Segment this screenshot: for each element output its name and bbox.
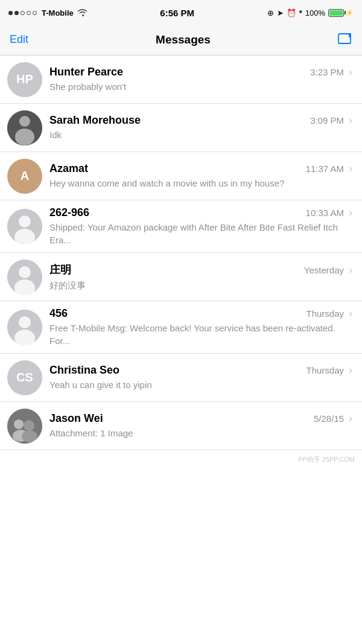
edit-button[interactable]: Edit (10, 33, 28, 46)
contact-name: Azamat (49, 162, 88, 175)
message-time: 3:23 PM (310, 67, 344, 77)
contact-name: Hunter Pearce (49, 66, 123, 78)
time-chevron: 10:33 AM › (301, 206, 352, 219)
svg-point-19 (22, 430, 37, 442)
message-time: 3:09 PM (310, 115, 344, 126)
svg-point-7 (19, 215, 31, 228)
message-content: Hunter Pearce 3:23 PM › She probably won… (49, 66, 352, 93)
message-content: Jason Wei 5/28/15 › Attachment: 1 Image (49, 412, 352, 439)
svg-point-5 (15, 129, 34, 145)
message-preview: Yeah u can give it to yipin (49, 378, 352, 391)
message-header: 262-966 10:33 AM › (49, 206, 352, 219)
svg-point-17 (24, 420, 34, 431)
avatar: CS (7, 360, 42, 395)
chevron-right-icon: › (349, 412, 352, 425)
avatar (7, 110, 42, 145)
avatar: A (7, 159, 42, 194)
dot-5 (33, 11, 37, 15)
signal-dots (8, 11, 37, 15)
message-content: 456 Thursday › Free T-Mobile Msg: Welcom… (49, 307, 352, 347)
message-preview: Idk (49, 129, 352, 141)
svg-point-4 (19, 116, 30, 127)
list-item[interactable]: Sarah Morehouse 3:09 PM › Idk (0, 104, 362, 152)
battery-icon: ⚡ (328, 9, 354, 17)
chevron-right-icon: › (349, 307, 352, 320)
compose-button[interactable] (338, 33, 352, 46)
contact-name: 456 (49, 307, 68, 320)
status-right: ⊕ ➤ ⏰ * 100% ⚡ (267, 8, 354, 18)
contact-name: Jason Wei (49, 412, 103, 425)
avatar: HP (7, 62, 42, 97)
avatar (7, 310, 42, 345)
time-chevron: Yesterday › (299, 264, 352, 276)
alarm-icon: ⏰ (287, 8, 296, 18)
list-item[interactable]: 庄明 Yesterday › 好的没事 (0, 253, 362, 301)
time-chevron: 11:37 AM › (301, 162, 352, 175)
message-preview: 好的没事 (49, 279, 352, 292)
chevron-right-icon: › (349, 66, 352, 78)
battery-label: 100% (305, 8, 325, 18)
message-preview: Hey wanna come and watch a movie with us… (49, 177, 352, 190)
message-time: 5/28/15 (314, 413, 344, 424)
message-time: Yesterday (304, 265, 344, 275)
contact-name: 庄明 (49, 263, 71, 277)
time-chevron: Thursday › (301, 307, 352, 320)
svg-point-13 (19, 316, 31, 328)
list-item[interactable]: HP Hunter Pearce 3:23 PM › She probably … (0, 56, 362, 104)
dot-3 (21, 11, 25, 15)
nav-bar: Edit Messages (0, 24, 362, 56)
svg-point-10 (19, 266, 31, 278)
message-header: Sarah Morehouse 3:09 PM › (49, 114, 352, 127)
message-content: Christina Seo Thursday › Yeah u can give… (49, 364, 352, 391)
dot-1 (8, 11, 13, 15)
chevron-right-icon: › (349, 364, 352, 377)
message-time: 11:37 AM (306, 164, 344, 174)
status-left: T-Mobile (8, 8, 87, 18)
page-title: Messages (156, 33, 211, 46)
bolt-icon: ⚡ (345, 9, 354, 17)
dot-4 (27, 11, 31, 15)
list-item[interactable]: 456 Thursday › Free T-Mobile Msg: Welcom… (0, 301, 362, 354)
message-header: Jason Wei 5/28/15 › (49, 412, 352, 425)
list-item[interactable]: A Azamat 11:37 AM › Hey wanna come and w… (0, 152, 362, 200)
avatar (7, 209, 42, 244)
dot-2 (14, 11, 19, 15)
contact-name: Christina Seo (49, 364, 119, 377)
svg-rect-0 (338, 34, 351, 43)
list-item[interactable]: 262-966 10:33 AM › Shipped: Your Amazon … (0, 200, 362, 253)
message-content: Azamat 11:37 AM › Hey wanna come and wat… (49, 162, 352, 190)
contact-name: Sarah Morehouse (49, 114, 141, 127)
message-content: 262-966 10:33 AM › Shipped: Your Amazon … (49, 206, 352, 246)
wifi-icon (77, 8, 87, 18)
time-chevron: 3:09 PM › (305, 114, 352, 127)
message-header: Christina Seo Thursday › (49, 364, 352, 377)
message-time: Thursday (306, 308, 344, 319)
time-chevron: Thursday › (301, 364, 352, 377)
message-content: 庄明 Yesterday › 好的没事 (49, 263, 352, 292)
message-header: Hunter Pearce 3:23 PM › (49, 66, 352, 78)
list-item[interactable]: Jason Wei 5/28/15 › Attachment: 1 Image (0, 402, 362, 450)
chevron-right-icon: › (349, 264, 352, 276)
message-preview: Free T-Mobile Msg: Welcome back! Your se… (49, 322, 352, 347)
time-chevron: 5/28/15 › (309, 412, 352, 425)
message-header: 456 Thursday › (49, 307, 352, 320)
message-time: 10:33 AM (306, 208, 344, 218)
watermark-text: PP助手 25PP.COM (298, 456, 355, 463)
chevron-right-icon: › (349, 206, 352, 219)
carrier-label: T-Mobile (42, 8, 74, 18)
contact-name: 262-966 (49, 206, 89, 219)
status-bar: T-Mobile 6:56 PM ⊕ ➤ ⏰ * 100% ⚡ (0, 0, 362, 24)
message-content: Sarah Morehouse 3:09 PM › Idk (49, 114, 352, 141)
avatar (7, 260, 42, 295)
message-time: Thursday (306, 365, 344, 375)
arrow-icon: ➤ (277, 8, 284, 18)
chevron-right-icon: › (349, 162, 352, 175)
message-header: Azamat 11:37 AM › (49, 162, 352, 175)
list-item[interactable]: CS Christina Seo Thursday › Yeah u can g… (0, 354, 362, 402)
message-list: HP Hunter Pearce 3:23 PM › She probably … (0, 56, 362, 450)
bluetooth-icon: * (299, 8, 302, 18)
message-header: 庄明 Yesterday › (49, 263, 352, 277)
compose-icon (338, 33, 352, 46)
chevron-right-icon: › (349, 114, 352, 127)
svg-point-16 (14, 419, 24, 429)
